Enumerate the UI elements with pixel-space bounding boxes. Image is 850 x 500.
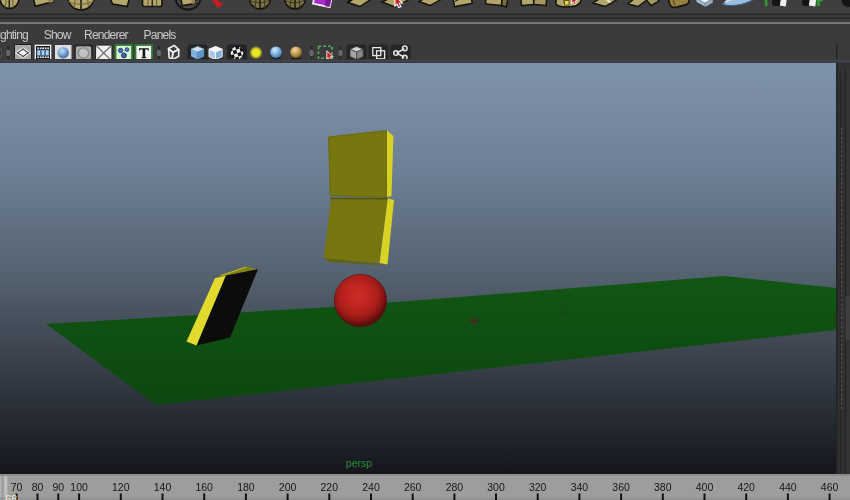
- svg-text:68: 68: [5, 493, 17, 500]
- svg-text:400: 400: [696, 481, 714, 493]
- svg-text:100: 100: [70, 481, 88, 493]
- svg-text:240: 240: [362, 481, 380, 493]
- svg-text:460: 460: [821, 481, 839, 493]
- svg-text:280: 280: [446, 481, 464, 493]
- svg-text:120: 120: [112, 481, 130, 493]
- svg-text:160: 160: [195, 481, 213, 493]
- svg-text:70: 70: [11, 481, 23, 493]
- svg-text:440: 440: [779, 481, 797, 493]
- svg-text:320: 320: [529, 481, 547, 493]
- svg-text:80: 80: [32, 481, 44, 493]
- svg-text:360: 360: [612, 481, 630, 493]
- svg-text:260: 260: [404, 481, 422, 493]
- svg-text:220: 220: [321, 481, 339, 493]
- svg-text:420: 420: [737, 481, 755, 493]
- svg-text:300: 300: [487, 481, 505, 493]
- svg-text:380: 380: [654, 481, 672, 493]
- svg-text:140: 140: [154, 481, 172, 493]
- svg-text:340: 340: [571, 481, 589, 493]
- svg-text:90: 90: [52, 481, 64, 493]
- svg-text:200: 200: [279, 481, 297, 493]
- svg-text:180: 180: [237, 481, 255, 493]
- svg-text:persp: persp: [346, 457, 372, 469]
